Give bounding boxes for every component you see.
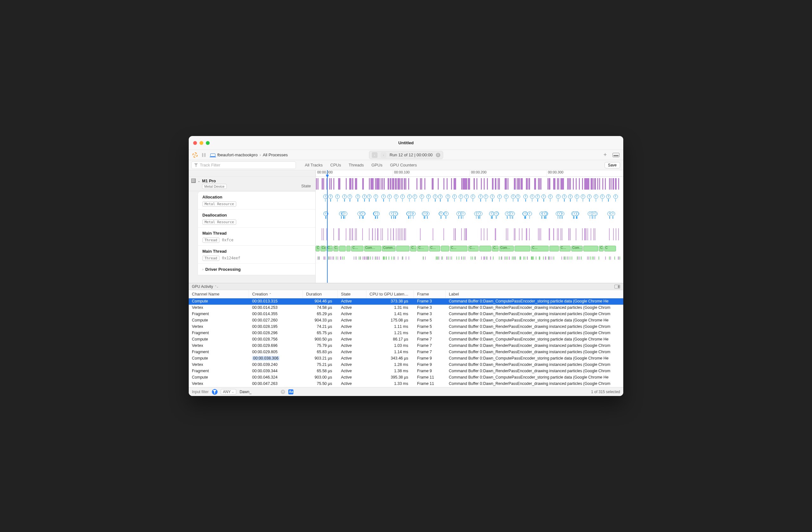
filter-mode-chip[interactable]: ANY	[221, 389, 237, 395]
command-buffer-block[interactable]: C…	[450, 246, 468, 251]
column-header[interactable]: CPU to GPU Laten…	[366, 290, 414, 298]
command-buffer-block[interactable]	[339, 246, 346, 251]
track-row[interactable]: Deallocation Metal Resource	[198, 210, 315, 228]
command-buffer-block[interactable]: C…	[316, 246, 320, 251]
record-icon[interactable]	[192, 152, 198, 158]
breadcrumb[interactable]: fbeaufort-macbookpro › All Processes	[210, 152, 288, 157]
command-buffer-block[interactable]	[479, 246, 491, 251]
panel-header[interactable]: GPU Activity ⌃⌄	[189, 283, 623, 290]
command-buffer-block[interactable]	[514, 246, 530, 251]
table-row[interactable]: Vertex00:00.028.19574.21 µsActive1.11 ms…	[189, 324, 623, 330]
device-header[interactable]: ⌄ M1 Pro Metal Device State	[189, 177, 315, 191]
table-row[interactable]: Compute00:00.013.315904.46 µsActive373.3…	[189, 298, 623, 305]
minimize-window-button[interactable]	[200, 141, 203, 145]
column-header[interactable]: Creation	[249, 290, 303, 298]
grid-icon	[191, 178, 196, 183]
command-buffer-block[interactable]: Com…	[571, 246, 583, 251]
command-buffer-block[interactable]	[583, 246, 598, 251]
command-buffer-block[interactable]	[549, 246, 559, 251]
command-buffer-block[interactable]: Com…	[364, 246, 381, 251]
next-run-button[interactable]: ›	[381, 152, 386, 158]
column-header[interactable]: State	[338, 290, 366, 298]
table-row[interactable]: Compute00:00.046.324903.00 µsActive395.3…	[189, 374, 623, 381]
case-sensitive-toggle[interactable]: Aa	[288, 389, 293, 395]
column-header[interactable]: Label	[446, 290, 623, 298]
command-buffer-block[interactable]: C…	[492, 246, 498, 251]
main-split: ⌄ M1 Pro Metal Device State Allocation M…	[189, 170, 623, 283]
command-buffer-block[interactable]: C…	[599, 246, 603, 251]
command-buffer-block[interactable]	[441, 246, 449, 251]
table-row[interactable]: Compute00:00.038.306903.21 µsActive343.4…	[189, 355, 623, 362]
close-window-button[interactable]	[193, 141, 197, 145]
command-buffer-block[interactable]: C…	[410, 246, 417, 251]
column-header[interactable]: Channel Name	[189, 290, 249, 298]
command-buffer-block[interactable]	[396, 246, 409, 251]
track-filter-placeholder: Track Filter	[200, 163, 220, 167]
table-row[interactable]: Vertex00:00.029.69675.79 µsActive1.03 ms…	[189, 343, 623, 349]
prev-run-button[interactable]: ‹	[372, 152, 377, 158]
tab-cpus[interactable]: CPUs	[330, 163, 341, 167]
info-icon[interactable]: i	[436, 153, 440, 157]
command-buffer-block[interactable]: C	[604, 246, 616, 251]
track-badge: Thread	[202, 237, 219, 243]
command-buffer-block[interactable]: C…	[560, 246, 571, 251]
table-row[interactable]: Vertex00:00.039.24075.21 µsActive1.28 ms…	[189, 362, 623, 368]
track-filter-input[interactable]: Track Filter	[191, 161, 296, 169]
toggle-panel-icon[interactable]	[612, 153, 620, 157]
tab-all-tracks[interactable]: All Tracks	[305, 163, 322, 167]
command-buffer-block[interactable]: C…	[351, 246, 363, 251]
table-header[interactable]: Channel NameCreationDurationStateCPU to …	[189, 290, 623, 298]
chevron-right-icon: ›	[259, 152, 261, 157]
table-row[interactable]: Vertex00:00.047.26375.50 µsActive1.33 ms…	[189, 381, 623, 387]
chevron-down-icon[interactable]: ⌄	[198, 179, 200, 182]
titlebar: Untitled	[189, 136, 623, 150]
table-row[interactable]: Fragment00:00.039.34465.58 µsActive1.38 …	[189, 368, 623, 374]
funnel-icon	[194, 163, 198, 167]
table-body: Compute00:00.013.315904.46 µsActive373.3…	[189, 298, 623, 387]
column-header[interactable]: Frame	[414, 290, 446, 298]
timeline-cursor[interactable]	[327, 170, 328, 283]
clear-filter-button[interactable]: ✕	[281, 390, 285, 394]
tab-gpus[interactable]: GPUs	[372, 163, 382, 167]
track-badge: Metal Resource	[202, 201, 236, 207]
track-meta: 0xfce	[222, 238, 233, 242]
table-row[interactable]: Fragment00:00.014.35565.29 µsActive1.41 …	[189, 311, 623, 317]
tab-threads[interactable]: Threads	[349, 163, 364, 167]
time-tick: 00:00.300	[547, 170, 624, 176]
track-row[interactable]: Main Thread Thread 0xfce	[198, 228, 315, 246]
table-row[interactable]: Compute00:00.028.756900.50 µsActive86.17…	[189, 336, 623, 343]
command-buffer-block[interactable]: Com…	[499, 246, 514, 251]
device-name: M1 Pro	[202, 178, 227, 183]
command-buffer-block[interactable]: C…	[531, 246, 549, 251]
command-buffer-block[interactable]: C…	[417, 246, 428, 251]
track-badge: Thread	[202, 255, 219, 261]
table-row[interactable]: Vertex00:00.014.25374.58 µsActive1.31 ms…	[189, 305, 623, 311]
run-selector[interactable]: ‹ › Run 12 of 12 | 00:00:00 i	[369, 151, 443, 159]
command-buffer-block[interactable]: C…	[333, 246, 338, 251]
zoom-window-button[interactable]	[206, 141, 210, 145]
app-window: Untitled fbeaufort-macbookpro › All Proc…	[189, 136, 623, 396]
inspector-toggle-icon[interactable]	[614, 285, 620, 289]
driver-processing-row[interactable]: › Driver Processing	[198, 264, 315, 275]
track-title: Allocation	[202, 195, 312, 200]
command-buffer-block[interactable]: Comm…	[382, 246, 395, 251]
input-filter-field[interactable]	[240, 390, 277, 394]
save-button[interactable]: Save	[605, 162, 620, 168]
time-tick: 00:00.100	[393, 170, 470, 176]
track-row[interactable]: Main Thread Thread 0x124eef	[198, 246, 315, 264]
pause-icon	[202, 153, 206, 157]
command-buffer-block[interactable]: C…	[429, 246, 440, 251]
track-row[interactable]: Allocation Metal Resource	[198, 192, 315, 210]
table-row[interactable]: Fragment00:00.029.80565.83 µsActive1.14 …	[189, 349, 623, 355]
driver-label: Driver Processing	[205, 267, 241, 272]
column-header[interactable]: Duration	[303, 290, 338, 298]
filter-active-icon[interactable]	[212, 389, 218, 395]
table-row[interactable]: Compute00:00.027.260904.33 µsActive175.0…	[189, 317, 623, 324]
command-buffer-block[interactable]	[346, 246, 350, 251]
command-buffer-block[interactable]: Com…	[320, 246, 325, 251]
timeline[interactable]: 00:00.00000:00.10000:00.20000:00.300 TTT…	[316, 170, 623, 283]
command-buffer-block[interactable]: C…	[468, 246, 479, 251]
table-row[interactable]: Fragment00:00.028.29665.75 µsActive1.21 …	[189, 330, 623, 336]
add-button[interactable]	[603, 151, 607, 158]
tab-gpu-counters[interactable]: GPU Counters	[390, 163, 417, 167]
